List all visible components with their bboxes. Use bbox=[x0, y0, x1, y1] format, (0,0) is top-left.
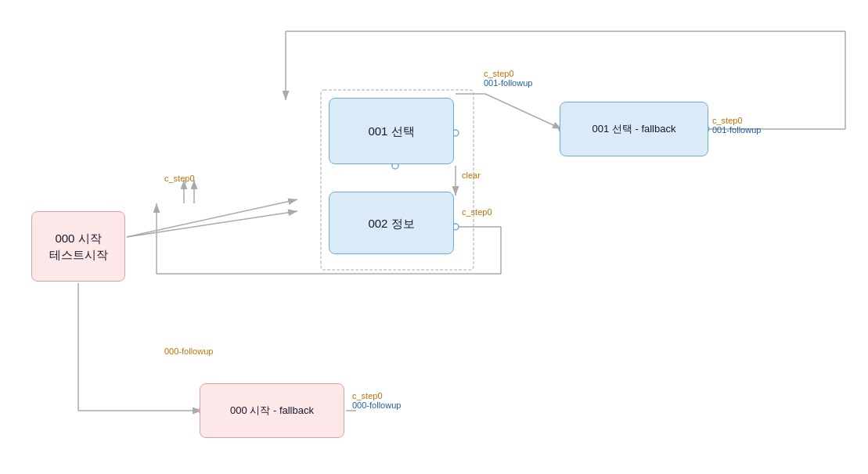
edge-label-c-step0-5: c_step0 bbox=[352, 391, 383, 400]
edge-label-c-step0-3: c_step0 bbox=[462, 207, 492, 217]
node-002-label: 002 정보 bbox=[368, 215, 414, 232]
edge-label-000-followup-2: 000-followup bbox=[352, 400, 401, 410]
edge-label-c-step0-1: c_step0 bbox=[484, 69, 514, 78]
node-000[interactable]: 000 시작테스트시작 bbox=[31, 211, 125, 282]
svg-line-7 bbox=[485, 94, 562, 129]
node-000-label: 000 시작테스트시작 bbox=[49, 230, 108, 263]
edge-label-c-step0-4: c_step0 bbox=[712, 116, 743, 125]
node-001[interactable]: 001 선택 bbox=[329, 98, 454, 164]
edge-label-clear: clear bbox=[462, 171, 481, 180]
svg-line-14 bbox=[127, 211, 297, 237]
edge-label-c-step0-2: c_step0 bbox=[164, 174, 195, 183]
node-001-fallback[interactable]: 001 선택 - fallback bbox=[560, 102, 708, 156]
node-001-label: 001 선택 bbox=[368, 123, 414, 139]
edge-label-001-followup-1: 001-followup bbox=[484, 78, 532, 88]
node-000-fallback-label: 000 시작 - fallback bbox=[230, 404, 314, 418]
node-002[interactable]: 002 정보 bbox=[329, 192, 454, 254]
node-001-fallback-label: 001 선택 - fallback bbox=[592, 122, 676, 136]
edge-label-001-followup-2: 001-followup bbox=[712, 125, 761, 135]
node-000-fallback[interactable]: 000 시작 - fallback bbox=[200, 383, 344, 438]
edge-label-000-followup: 000-followup bbox=[164, 347, 213, 356]
svg-line-13 bbox=[127, 199, 297, 237]
